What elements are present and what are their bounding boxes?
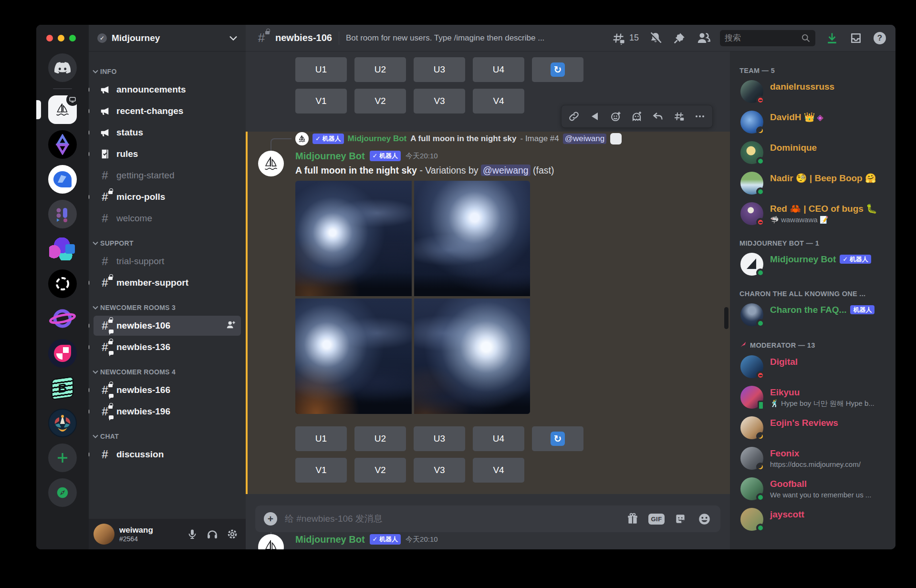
add-server-button[interactable]	[48, 444, 77, 472]
component-button[interactable]: V3	[414, 89, 465, 113]
channel-item[interactable]: # member-support	[94, 273, 241, 293]
member-item[interactable]: Digital	[738, 351, 891, 382]
user-meta[interactable]: weiwang #2564	[119, 526, 179, 543]
member-item[interactable]: Dominique	[738, 137, 891, 168]
component-button[interactable]: U1	[295, 426, 347, 451]
member-avatar[interactable]	[740, 303, 763, 326]
reply-author[interactable]: Midjourney Bot	[348, 134, 407, 144]
server-dots-logo[interactable]	[48, 200, 77, 228]
add-reaction-icon[interactable]	[606, 107, 625, 126]
channel-item[interactable]: # trial-support	[94, 251, 241, 271]
channel-category[interactable]: INFO	[89, 58, 246, 78]
channel-category[interactable]: NEWCOMER ROOMS 4	[89, 359, 246, 379]
copy-link-icon[interactable]	[564, 107, 583, 126]
channel-category[interactable]: SUPPORT	[89, 230, 246, 250]
component-button[interactable]: U4	[473, 57, 524, 82]
component-button[interactable]: V1	[295, 458, 347, 483]
chat-scrollbar-thumb[interactable]	[724, 307, 729, 329]
member-avatar[interactable]	[740, 141, 763, 164]
channel-item[interactable]: recent-changes	[94, 101, 241, 121]
member-avatar[interactable]	[740, 508, 763, 531]
component-button[interactable]: V4	[473, 89, 524, 113]
component-button[interactable]: U3	[414, 57, 465, 82]
download-icon[interactable]	[825, 31, 839, 45]
member-item[interactable]: danielrussruss	[738, 76, 891, 107]
component-button[interactable]: U2	[354, 426, 406, 451]
reply-context[interactable]: ✓ 机器人 Midjourney Bot A full moon in the …	[295, 132, 730, 146]
channel-item[interactable]: status	[94, 123, 241, 143]
create-invite-icon[interactable]	[226, 320, 236, 332]
member-avatar[interactable]	[740, 416, 763, 439]
channel-topic[interactable]: Bot room for new users. Type /imagine th…	[346, 33, 544, 43]
author-name[interactable]: Midjourney Bot	[295, 534, 365, 545]
channel-item[interactable]: rules	[94, 144, 241, 164]
gif-picker-icon[interactable]: GIF	[649, 511, 664, 526]
variation-image-3[interactable]	[295, 299, 412, 414]
member-item[interactable]: Eojin's Reviews	[738, 413, 891, 443]
server-moth[interactable]	[48, 409, 77, 437]
channel-item[interactable]: # micro-polls	[94, 187, 241, 207]
member-avatar[interactable]	[740, 111, 763, 134]
sticker-icon[interactable]	[673, 511, 688, 526]
member-avatar[interactable]	[740, 355, 763, 378]
member-avatar[interactable]	[740, 447, 763, 470]
channel-item[interactable]: # getting-started	[94, 165, 241, 186]
channel-item[interactable]: # welcome	[94, 208, 241, 228]
threads-icon[interactable]	[611, 31, 625, 45]
component-button[interactable]: U4	[473, 426, 524, 451]
emoji-picker-icon[interactable]	[697, 511, 712, 526]
server-planet-ring[interactable]	[48, 304, 77, 333]
variation-image-1[interactable]	[295, 181, 412, 296]
headphones-icon[interactable]	[204, 526, 221, 543]
server-header[interactable]: ✓ Midjourney	[89, 25, 246, 52]
server-pink-petal[interactable]	[48, 339, 77, 368]
message-composer[interactable]: + 给 #newbies-106 发消息 GIF	[255, 505, 720, 532]
component-button[interactable]: V3	[414, 458, 465, 483]
member-avatar[interactable]	[740, 172, 763, 195]
create-thread-icon[interactable]	[669, 107, 688, 126]
member-item[interactable]: Nadir 🧐 | Beep Boop 🤗	[738, 168, 891, 198]
member-item[interactable]: Eikyuu 🕺 Hype boy 너만 원해 Hype b...	[738, 382, 891, 413]
server-hexagram[interactable]	[48, 130, 77, 159]
user-avatar[interactable]	[94, 524, 114, 545]
component-button[interactable]: U2	[354, 57, 406, 82]
pinned-messages-icon[interactable]	[672, 31, 687, 45]
author-name[interactable]: Midjourney Bot	[295, 151, 365, 162]
discord-home-button[interactable]	[48, 53, 77, 82]
channel-category[interactable]: NEWCOMER ROOMS 3	[89, 294, 246, 314]
user-mention[interactable]: @weiwang	[481, 165, 531, 176]
server-color-blobs[interactable]	[48, 235, 77, 263]
zoom-button[interactable]	[69, 35, 76, 41]
channel-item[interactable]: # newbies-136	[94, 337, 241, 357]
more-options-icon[interactable]	[690, 107, 709, 126]
member-item[interactable]: Charon the FAQ...机器人	[738, 299, 891, 330]
channel-item[interactable]: # newbies-166	[94, 380, 241, 400]
member-item[interactable]: DavidH 👑◈	[738, 107, 891, 137]
component-button[interactable]: ↻	[532, 57, 583, 82]
settings-gear-icon[interactable]	[224, 526, 241, 543]
minimize-button[interactable]	[58, 35, 64, 41]
component-button[interactable]: U1	[295, 57, 347, 82]
member-item[interactable]: jayscott	[738, 504, 891, 535]
inbox-icon[interactable]	[849, 31, 863, 45]
member-avatar[interactable]	[740, 477, 763, 500]
close-button[interactable]	[46, 35, 53, 41]
gift-icon[interactable]	[625, 511, 640, 526]
forward-icon[interactable]	[585, 107, 604, 126]
component-button[interactable]: V1	[295, 89, 347, 113]
member-avatar[interactable]	[740, 202, 763, 225]
channel-item[interactable]: # discussion	[94, 444, 241, 464]
microphone-icon[interactable]	[184, 526, 201, 543]
member-item[interactable]: Goofball We want you to remember us ...	[738, 474, 891, 504]
component-button[interactable]: V4	[473, 458, 524, 483]
member-list-icon[interactable]	[696, 31, 710, 45]
bot-avatar[interactable]	[258, 151, 284, 176]
server-openai[interactable]	[48, 269, 77, 298]
server-midjourney[interactable]	[48, 95, 77, 124]
member-item[interactable]: Midjourney Bot✓ 机器人	[738, 249, 891, 279]
reply-avatar[interactable]	[295, 132, 309, 145]
component-button[interactable]: ↻	[532, 426, 583, 451]
attach-plus-icon[interactable]: +	[264, 512, 277, 526]
channel-item[interactable]: # newbies-106	[94, 316, 241, 336]
message-input[interactable]: 给 #newbies-106 发消息	[285, 513, 617, 525]
